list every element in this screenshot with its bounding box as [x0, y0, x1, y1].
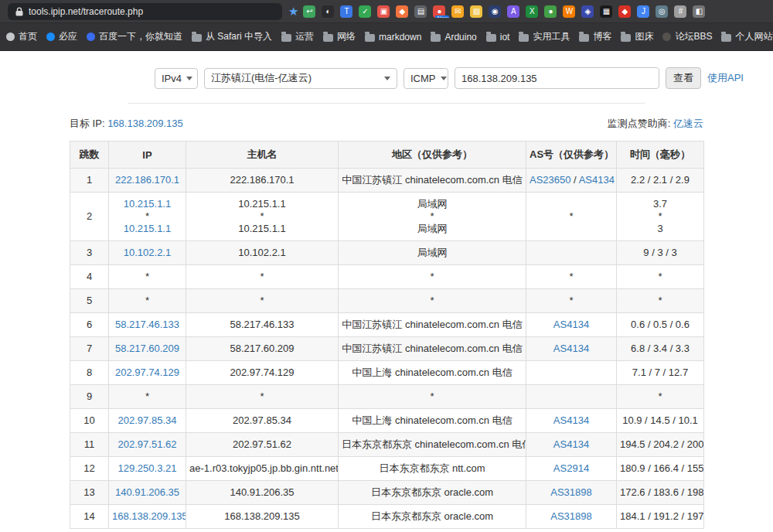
folder-icon	[192, 34, 202, 42]
asn-link[interactable]: AS2914	[553, 462, 589, 474]
asn-link[interactable]: AS31898	[550, 486, 592, 498]
asn-cell	[526, 385, 617, 409]
use-api-link[interactable]: 使用API	[707, 71, 744, 85]
host-cell: 10.215.1.1*10.215.1.1	[186, 193, 339, 241]
hop-cell: 3	[70, 241, 109, 265]
bookmark-item[interactable]: 运营	[281, 30, 314, 43]
bookmark-item[interactable]: 图床	[621, 30, 653, 43]
bookmark-item[interactable]: iot	[486, 32, 510, 43]
ip-link[interactable]: 222.186.170.1	[115, 174, 179, 186]
bookmark-label: 网络	[337, 30, 356, 43]
extensions-area: ↩◐T✓▣◆▤●New✉▧◉AX●W◈▦◆J◎#◧	[303, 5, 765, 18]
bookmark-item[interactable]: 必应	[46, 30, 77, 43]
bookmark-item[interactable]: 个人网站事宜	[721, 30, 773, 43]
extension-dark-circle[interactable]: ◐	[322, 5, 334, 18]
asn-link[interactable]: AS4134	[553, 414, 589, 426]
bookmark-label: 实用工具	[533, 30, 570, 43]
extension-gray-box[interactable]: ▤	[414, 5, 427, 18]
chevron-down-icon	[186, 77, 192, 80]
ip-link[interactable]: 202.97.51.62	[118, 438, 177, 450]
hop-cell: 7	[70, 337, 109, 361]
region-cell: 日本东京都东京 oracle.com	[339, 505, 526, 529]
folder-icon	[579, 34, 589, 42]
protocol-select[interactable]: ICMP	[404, 68, 448, 89]
ip-cell: 168.138.209.135	[109, 505, 186, 529]
probe-node-value: 江苏镇江(电信-亿速云)	[211, 71, 312, 85]
region-cell: *	[339, 265, 526, 289]
extension-eye[interactable]: ◎	[656, 5, 668, 18]
time-cell: *	[617, 265, 704, 289]
region-cell: 中国江苏镇江 chinatelecom.com.cn 电信	[339, 313, 526, 337]
extension-blue-j[interactable]: J	[637, 5, 649, 18]
bookmark-star-icon[interactable]: ★	[288, 5, 298, 19]
ip-cell: 10.215.1.1*10.215.1.1	[109, 193, 186, 241]
ip-link[interactable]: 10.215.1.1	[124, 198, 171, 210]
extension-orange-mail[interactable]: ✉	[451, 5, 464, 18]
extension-black-film[interactable]: ▦	[600, 5, 612, 18]
bookmark-item[interactable]: markdown	[365, 32, 421, 43]
bookmark-item[interactable]: 实用工具	[519, 30, 570, 43]
extension-blue-translate[interactable]: T	[340, 5, 352, 18]
site-icon	[46, 32, 55, 41]
bookmark-item[interactable]: Arduino	[431, 32, 476, 43]
region-cell: 日本东京都东京 chinatelecom.com.cn 电信	[339, 433, 526, 457]
extension-orange-w[interactable]: W	[563, 5, 575, 18]
ip-link[interactable]: 168.138.209.135	[112, 510, 186, 522]
target-ip-input[interactable]	[455, 67, 659, 89]
asn-link[interactable]: AS23650	[530, 174, 571, 186]
ip-link[interactable]: 58.217.60.209	[115, 343, 179, 354]
page-content: IPv4 江苏镇江(电信-亿速云) ICMP 查看 使用API 目标 IP: 1…	[0, 67, 773, 529]
sponsor-link[interactable]: 亿速云	[673, 118, 703, 129]
extension-gray-tally[interactable]: #	[674, 5, 686, 18]
bookmark-item[interactable]: 首页	[6, 30, 37, 43]
hop-cell: 10	[70, 409, 109, 433]
ip-cell: 58.217.46.133	[109, 313, 186, 337]
extension-navy-shield[interactable]: ◈	[581, 5, 594, 18]
ip-version-select[interactable]: IPv4	[155, 68, 198, 89]
ip-link[interactable]: 10.215.1.1	[124, 223, 171, 234]
ip-link[interactable]: 202.97.74.129	[115, 367, 179, 378]
time-cell: 7.1 / 7 / 12.7	[617, 361, 704, 385]
probe-node-select[interactable]: 江苏镇江(电信-亿速云)	[204, 68, 397, 89]
ip-link[interactable]: 202.97.85.34	[118, 414, 177, 426]
ip-link[interactable]: 140.91.206.35	[115, 486, 179, 498]
column-header: 跳数	[70, 142, 109, 169]
extension-green-check[interactable]: ✓	[359, 5, 371, 18]
extension-green-arrow[interactable]: ↩	[303, 5, 315, 18]
hop-cell: 5	[70, 289, 109, 313]
bookmark-item[interactable]: 博客	[579, 30, 611, 43]
bookmark-item[interactable]: 从 Safari 中导入	[192, 30, 272, 43]
bookmark-item[interactable]: 论坛BBS	[662, 30, 712, 43]
asn-link[interactable]: AS4134	[579, 174, 615, 186]
extension-orange-flame[interactable]: ◆	[396, 5, 408, 18]
ip-link[interactable]: 129.250.3.21	[118, 462, 177, 474]
extension-red-mark[interactable]: ◆	[618, 5, 631, 18]
region-cell: *	[339, 289, 526, 313]
region-cell: 局域网	[339, 241, 526, 265]
extension-green-dot[interactable]: ●	[544, 5, 557, 18]
extension-red-frame[interactable]: ▣	[377, 5, 390, 18]
url-bar[interactable]: tools.ipip.net/traceroute.php	[8, 3, 282, 20]
target-ip-link[interactable]: 168.138.209.135	[107, 118, 183, 129]
extension-purple-a[interactable]: A	[507, 5, 519, 18]
asn-link[interactable]: AS4134	[553, 319, 589, 330]
ip-link[interactable]: 58.217.46.133	[115, 319, 179, 330]
host-cell: 140.91.206.35	[186, 481, 339, 505]
extension-yellow-note[interactable]: ▧	[470, 5, 482, 18]
asn-link[interactable]: AS4134	[553, 438, 589, 450]
bookmark-item[interactable]: 网络	[323, 30, 356, 43]
extension-red-new[interactable]: ●New	[433, 5, 445, 18]
traceroute-row: 12129.250.3.21ae-1.r03.tokyjp05.jp.bb.gi…	[70, 457, 704, 481]
time-cell: 184.1 / 191.2 / 197.6	[617, 505, 704, 529]
asn-link[interactable]: AS31898	[550, 510, 592, 522]
ip-link[interactable]: 10.102.2.1	[124, 247, 171, 258]
asn-link[interactable]: AS4134	[553, 343, 589, 354]
extension-gray-puzzle[interactable]: ◧	[693, 5, 705, 18]
extension-green-sheet[interactable]: X	[526, 5, 538, 18]
extension-navy-dot[interactable]: ◉	[489, 5, 501, 18]
bookmark-item[interactable]: 百度一下，你就知道	[87, 30, 182, 43]
asn-cell: AS4134	[526, 313, 617, 337]
asn-cell: AS23650 / AS4134	[526, 169, 617, 193]
region-cell: 日本东京都东京 ntt.com	[339, 457, 526, 481]
lookup-button[interactable]: 查看	[666, 67, 701, 89]
